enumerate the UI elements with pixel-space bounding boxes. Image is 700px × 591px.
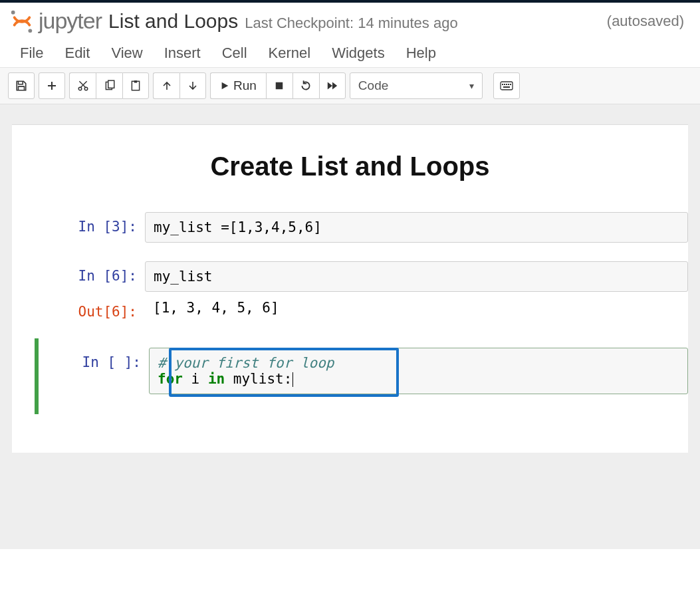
svg-rect-15 (503, 86, 510, 88)
toolbar: Run Code ▾ (0, 68, 700, 104)
svg-rect-13 (508, 84, 509, 85)
fast-forward-icon (326, 80, 338, 91)
autosave-text: (autosaved) (607, 13, 684, 30)
chevron-down-icon: ▾ (469, 80, 474, 91)
svg-rect-5 (108, 80, 114, 88)
copy-icon (104, 80, 116, 92)
code-cell[interactable]: In [6]: my_list (12, 261, 688, 292)
text-cursor (292, 372, 293, 387)
menu-bar: File Edit View Insert Cell Kernel Widget… (0, 41, 700, 68)
svg-point-0 (11, 10, 15, 14)
input-prompt: In [6]: (12, 261, 145, 292)
code-cell[interactable]: In [3]: my_list =[1,3,4,5,6] (12, 212, 688, 243)
play-icon (220, 81, 229, 90)
cut-button[interactable] (69, 72, 96, 99)
run-button[interactable]: Run (210, 72, 266, 99)
jupyter-logo[interactable]: jupyter (9, 8, 102, 34)
stop-icon (275, 81, 284, 90)
input-prompt: In [3]: (12, 212, 145, 243)
notebook-content-area: Create List and Loops In [3]: my_list =[… (0, 104, 700, 549)
markdown-heading[interactable]: Create List and Loops (12, 152, 688, 181)
jupyter-logo-text: jupyter (39, 8, 102, 34)
keyboard-icon (500, 81, 513, 90)
input-prompt: In [ ]: (39, 348, 149, 394)
save-button[interactable] (8, 72, 35, 99)
restart-icon (300, 80, 312, 92)
svg-point-1 (29, 29, 33, 33)
cell-type-label: Code (358, 78, 388, 93)
paste-button[interactable] (122, 72, 149, 99)
svg-rect-11 (504, 84, 505, 85)
code-comment: # your first for loop (158, 355, 334, 371)
output-row: Out[6]: [1, 3, 4, 5, 6] (12, 297, 688, 320)
svg-rect-14 (510, 84, 511, 85)
restart-button[interactable] (292, 72, 319, 99)
cell-type-select[interactable]: Code ▾ (350, 72, 483, 99)
menu-cell[interactable]: Cell (222, 45, 247, 62)
cell-output: [1, 3, 4, 5, 6] (145, 297, 688, 320)
add-cell-button[interactable] (39, 72, 65, 99)
svg-rect-7 (134, 80, 138, 82)
restart-run-all-button[interactable] (319, 72, 346, 99)
arrow-down-icon (187, 80, 198, 91)
jupyter-logo-icon (9, 9, 35, 34)
checkpoint-text: Last Checkpoint: 14 minutes ago (245, 15, 457, 32)
scissors-icon (77, 80, 89, 92)
code-input-area[interactable]: my_list =[1,3,4,5,6] (145, 212, 688, 243)
code-keyword: in (208, 371, 225, 387)
code-input-area[interactable]: # your first for loop for i in mylist: (149, 348, 688, 394)
menu-insert[interactable]: Insert (164, 45, 201, 62)
move-up-button[interactable] (153, 72, 179, 99)
menu-view[interactable]: View (111, 45, 142, 62)
svg-rect-8 (276, 82, 283, 90)
menu-file[interactable]: File (20, 45, 43, 62)
menu-help[interactable]: Help (406, 45, 436, 62)
arrow-up-icon (162, 80, 172, 91)
menu-widgets[interactable]: Widgets (332, 45, 384, 62)
command-palette-button[interactable] (493, 72, 520, 99)
notebook-title[interactable]: List and Loops (108, 10, 238, 33)
copy-button[interactable] (96, 72, 122, 99)
notebook: Create List and Loops In [3]: my_list =[… (12, 124, 688, 453)
svg-rect-10 (502, 84, 503, 85)
code-input-area[interactable]: my_list (145, 261, 688, 292)
code-cell-active[interactable]: In [ ]: # your first for loop for i in m… (35, 338, 688, 414)
save-icon (15, 80, 27, 92)
svg-point-3 (84, 87, 88, 90)
svg-rect-9 (501, 82, 513, 90)
header-bar: jupyter List and Loops Last Checkpoint: … (0, 3, 700, 41)
output-prompt: Out[6]: (12, 297, 145, 320)
menu-kernel[interactable]: Kernel (269, 45, 311, 62)
svg-rect-12 (506, 84, 507, 85)
move-down-button[interactable] (179, 72, 206, 99)
menu-edit[interactable]: Edit (64, 45, 90, 62)
code-keyword: for (158, 371, 183, 387)
svg-point-2 (78, 87, 82, 90)
paste-icon (130, 80, 142, 92)
run-label: Run (233, 78, 257, 93)
interrupt-button[interactable] (266, 72, 292, 99)
plus-icon (47, 80, 57, 91)
